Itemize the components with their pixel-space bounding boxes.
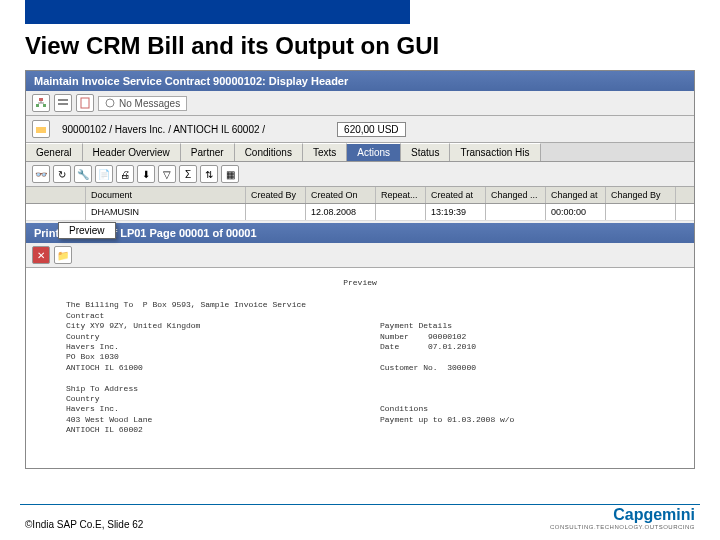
cell-created-by xyxy=(246,204,306,220)
col-blank[interactable] xyxy=(26,187,86,203)
col-changed[interactable]: Changed ... xyxy=(486,187,546,203)
preview-left-col: The Billing To P Box 9593, Sample Invoic… xyxy=(66,300,340,435)
top-blue-bar xyxy=(25,0,410,24)
cell-created-on: 12.08.2008 xyxy=(306,204,376,220)
icon-folder[interactable] xyxy=(32,120,50,138)
icon-sum[interactable]: Σ xyxy=(179,165,197,183)
cust-label: Customer No. xyxy=(380,363,438,372)
footer: ©India SAP Co.E, Slide 62 Capgemini CONS… xyxy=(25,506,695,530)
main-toolbar: No Messages xyxy=(26,91,694,116)
no-messages-button[interactable]: No Messages xyxy=(98,96,187,111)
icon-doc2[interactable]: 📄 xyxy=(95,165,113,183)
tab-header-overview[interactable]: Header Overview xyxy=(83,143,181,161)
col-document[interactable]: Document xyxy=(86,187,246,203)
bill-to-addr: P Box 9593 xyxy=(143,300,191,309)
icon-export[interactable]: ⬇ xyxy=(137,165,155,183)
icon-glasses[interactable]: 👓 xyxy=(32,165,50,183)
grid-header-row: Document Created By Created On Repeat...… xyxy=(26,187,694,204)
print-preview-body: Preview The Billing To P Box 9593, Sampl… xyxy=(26,268,694,468)
col-changed-at[interactable]: Changed at xyxy=(546,187,606,203)
preview-toolbar: ✕ 📁 xyxy=(26,243,694,268)
svg-point-8 xyxy=(106,99,114,107)
svg-rect-9 xyxy=(36,127,46,133)
logo-text: Capgemini xyxy=(550,506,695,524)
bill-to-label: The Billing To xyxy=(66,300,133,309)
tab-partner[interactable]: Partner xyxy=(181,143,235,161)
tab-transaction-history[interactable]: Transaction His xyxy=(450,143,540,161)
bill-company: Havers Inc. xyxy=(66,342,340,352)
tab-texts[interactable]: Texts xyxy=(303,143,347,161)
bill-street: PO Box 1030 xyxy=(66,352,340,362)
cell-changed-by xyxy=(606,204,676,220)
close-preview-icon[interactable]: ✕ xyxy=(32,246,50,264)
col-repeat[interactable]: Repeat... xyxy=(376,187,426,203)
svg-rect-1 xyxy=(36,104,39,107)
svg-rect-7 xyxy=(81,98,89,108)
num-val: 90000102 xyxy=(428,332,466,341)
context-text: 90000102 / Havers Inc. / ANTIOCH IL 6000… xyxy=(62,124,265,135)
bill-country: Country xyxy=(66,332,340,342)
preview-menu-label: Preview xyxy=(69,225,105,236)
num-label: Number xyxy=(380,332,409,341)
preview-context-menu[interactable]: Preview xyxy=(58,222,116,239)
icon-doc[interactable] xyxy=(76,94,94,112)
footer-separator xyxy=(20,504,700,505)
col-created-at[interactable]: Created at xyxy=(426,187,486,203)
info-icon xyxy=(105,98,115,108)
tab-actions[interactable]: Actions xyxy=(347,143,401,161)
tab-status[interactable]: Status xyxy=(401,143,450,161)
amount-field: 620,00 USD xyxy=(337,122,405,137)
icon-layout[interactable]: ▦ xyxy=(221,165,239,183)
cell-repeat xyxy=(376,204,426,220)
logo-tagline: CONSULTING.TECHNOLOGY.OUTSOURCING xyxy=(550,524,695,530)
bill-citystate: ANTIOCH IL 61000 xyxy=(66,363,340,373)
col-changed-by[interactable]: Changed By xyxy=(606,187,676,203)
ship-to-label: Ship To Address xyxy=(66,384,340,394)
copyright: ©India SAP Co.E, Slide 62 xyxy=(25,519,143,530)
sap-gui-window: Maintain Invoice Service Contract 900001… xyxy=(25,70,695,469)
svg-rect-0 xyxy=(39,98,43,101)
preview-right-col: Payment Details Number 90000102 Date 07.… xyxy=(380,300,654,435)
window-title: Maintain Invoice Service Contract 900001… xyxy=(26,71,694,91)
icon-refresh[interactable]: ↻ xyxy=(53,165,71,183)
print-preview-title: Print Preview of LP01 Page 00001 of 0000… xyxy=(26,223,694,243)
ship-street: 403 West Wood Lane xyxy=(66,415,340,425)
cell-created-at: 13:19:39 xyxy=(426,204,486,220)
payment-label: Payment Details xyxy=(380,321,654,331)
actions-grid: 👓 ↻ 🔧 📄 🖨 ⬇ ▽ Σ ⇅ ▦ Document Created By … xyxy=(26,162,694,221)
svg-rect-6 xyxy=(58,103,68,105)
logo: Capgemini CONSULTING.TECHNOLOGY.OUTSOURC… xyxy=(550,506,695,530)
cell-blank xyxy=(26,204,86,220)
icon-filter[interactable]: ▽ xyxy=(158,165,176,183)
cust-val: 300000 xyxy=(447,363,476,372)
svg-rect-2 xyxy=(43,104,46,107)
context-row: 90000102 / Havers Inc. / ANTIOCH IL 6000… xyxy=(26,116,694,143)
cond-label: Conditions xyxy=(380,404,654,414)
grid-data-row[interactable]: DHAMUSIN 12.08.2008 13:19:39 00:00:00 xyxy=(26,204,694,221)
preview-heading: Preview xyxy=(66,278,654,288)
ship-country: Country xyxy=(66,394,340,404)
icon-orgchart[interactable] xyxy=(32,94,50,112)
tab-strip: General Header Overview Partner Conditio… xyxy=(26,143,694,162)
bill-city: City XY9 9ZY, United Kingdom xyxy=(66,321,340,331)
ship-company: Havers Inc. xyxy=(66,404,340,414)
icon-list[interactable] xyxy=(54,94,72,112)
date-label: Date xyxy=(380,342,399,351)
date-val: 07.01.2010 xyxy=(428,342,476,351)
col-created-on[interactable]: Created On xyxy=(306,187,376,203)
cell-changed xyxy=(486,204,546,220)
col-created-by[interactable]: Created By xyxy=(246,187,306,203)
svg-rect-5 xyxy=(58,99,68,101)
icon-sort[interactable]: ⇅ xyxy=(200,165,218,183)
tab-general[interactable]: General xyxy=(26,143,83,161)
icon-tool[interactable]: 🔧 xyxy=(74,165,92,183)
cond-text: Payment up to 01.03.2008 w/o xyxy=(380,415,654,425)
messages-label: No Messages xyxy=(119,98,180,109)
ship-citystate: ANTIOCH IL 60002 xyxy=(66,425,340,435)
page-title: View CRM Bill and its Output on GUI xyxy=(25,32,695,60)
archive-icon[interactable]: 📁 xyxy=(54,246,72,264)
cell-document: DHAMUSIN xyxy=(86,204,246,220)
grid-toolbar: 👓 ↻ 🔧 📄 🖨 ⬇ ▽ Σ ⇅ ▦ xyxy=(26,162,694,187)
icon-print[interactable]: 🖨 xyxy=(116,165,134,183)
tab-conditions[interactable]: Conditions xyxy=(235,143,303,161)
